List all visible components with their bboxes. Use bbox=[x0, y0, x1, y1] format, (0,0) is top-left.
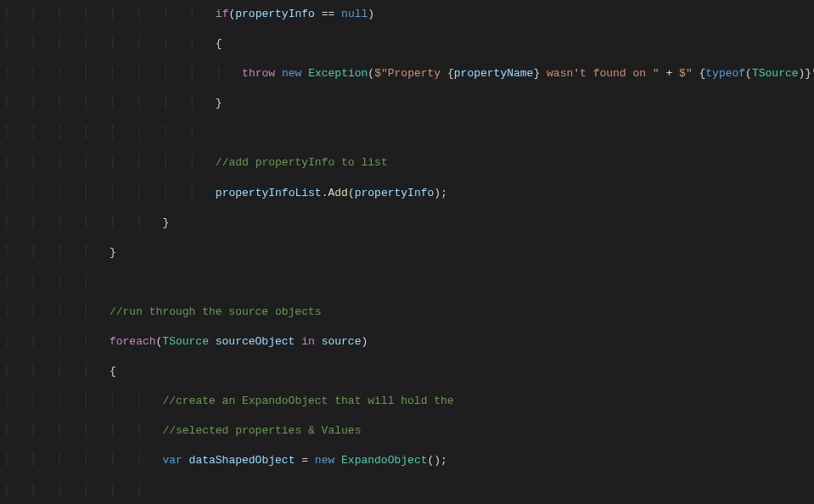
indent-guide: ┊ ┊ ┊ ┊ bbox=[3, 365, 109, 378]
token-comment: //create an ExpandoObject that will hold… bbox=[162, 395, 453, 407]
code-line[interactable]: ┊ ┊ ┊ ┊ ┊ ┊ //create an ExpandoObject th… bbox=[3, 394, 814, 409]
token-punct: } bbox=[162, 216, 169, 229]
token-method: Add bbox=[328, 187, 347, 199]
indent-guide: ┊ ┊ ┊ ┊ ┊ ┊ ┊ ┊ bbox=[3, 37, 216, 50]
token-var: propertyInfoList bbox=[216, 187, 322, 199]
code-line[interactable]: ┊ ┊ ┊ ┊ ┊ ┊ } bbox=[3, 216, 814, 231]
indent-guide: ┊ ┊ ┊ ┊ bbox=[3, 276, 109, 288]
token-kw: var bbox=[162, 454, 182, 467]
token-punct bbox=[182, 454, 189, 467]
token-var: propertyName bbox=[454, 67, 534, 80]
token-punct bbox=[334, 454, 341, 467]
code-line[interactable]: ┊ ┊ ┊ ┊ { bbox=[3, 364, 814, 379]
token-kw: typeof bbox=[705, 67, 745, 80]
token-punct: } bbox=[216, 97, 222, 109]
token-punct: { bbox=[109, 365, 116, 378]
token-punct: ) bbox=[368, 8, 374, 20]
code-line[interactable]: ┊ ┊ ┊ ┊ ┊ ┊ var dataShapedObject = new E… bbox=[3, 453, 814, 468]
token-ctrl: foreach bbox=[109, 335, 156, 348]
code-line[interactable]: ┊ ┊ ┊ ┊ ┊ ┊ ┊ ┊ ┊ throw new Exception($"… bbox=[3, 66, 814, 81]
indent-guide: ┊ ┊ ┊ ┊ ┊ ┊ ┊ ┊ bbox=[3, 97, 216, 109]
indent-guide: ┊ ┊ ┊ ┊ ┊ ┊ bbox=[3, 395, 162, 407]
indent-guide: ┊ ┊ ┊ ┊ ┊ ┊ bbox=[3, 484, 162, 497]
token-punct: (); bbox=[427, 454, 446, 467]
code-line[interactable]: ┊ ┊ ┊ ┊ ┊ ┊ bbox=[3, 484, 814, 499]
token-punct: } bbox=[109, 246, 116, 259]
token-punct: ) bbox=[361, 335, 368, 348]
indent-guide: ┊ ┊ ┊ ┊ ┊ ┊ bbox=[3, 216, 162, 229]
code-line[interactable]: ┊ ┊ ┊ ┊ ┊ ┊ ┊ ┊ } bbox=[3, 96, 814, 111]
code-editor[interactable]: ┊ ┊ ┊ ┊ ┊ ┊ ┊ ┊ if(propertyInfo == null)… bbox=[0, 0, 814, 504]
code-line[interactable]: ┊ ┊ ┊ ┊ ┊ ┊ //selected properties & Valu… bbox=[3, 423, 814, 439]
token-ctrl: throw bbox=[242, 67, 275, 80]
indent-guide: ┊ ┊ ┊ ┊ ┊ ┊ ┊ ┊ ┊ bbox=[3, 67, 242, 80]
indent-guide: ┊ ┊ ┊ ┊ ┊ ┊ ┊ ┊ bbox=[3, 187, 216, 199]
token-punct: ( bbox=[348, 187, 355, 199]
indent-guide: ┊ ┊ ┊ ┊ ┊ ┊ bbox=[3, 454, 162, 467]
token-punct bbox=[209, 335, 216, 348]
token-str: $" bbox=[679, 67, 699, 80]
code-line[interactable]: ┊ ┊ ┊ ┊ ┊ ┊ ┊ ┊ if(propertyInfo == null) bbox=[3, 7, 814, 22]
token-punct bbox=[315, 335, 322, 348]
code-line[interactable]: ┊ ┊ ┊ ┊ } bbox=[3, 245, 814, 260]
token-type: Exception bbox=[308, 67, 368, 80]
token-punct: = bbox=[295, 454, 314, 467]
token-ctrl: if bbox=[216, 8, 229, 20]
token-type: TSource bbox=[752, 67, 799, 80]
token-str: wasn't found on " bbox=[540, 67, 659, 80]
token-var: propertyInfo bbox=[235, 8, 315, 20]
indent-guide: ┊ ┊ ┊ ┊ ┊ ┊ bbox=[3, 424, 162, 437]
token-punct bbox=[301, 67, 308, 80]
code-line[interactable]: ┊ ┊ ┊ ┊ ┊ ┊ ┊ ┊ bbox=[3, 126, 814, 141]
token-kw: null bbox=[341, 8, 368, 20]
token-punct: ); bbox=[434, 187, 447, 199]
code-line[interactable]: ┊ ┊ ┊ ┊ ┊ ┊ ┊ ┊ //add propertyInfo to li… bbox=[3, 155, 814, 171]
token-type: ExpandoObject bbox=[341, 454, 427, 467]
token-type: TSource bbox=[162, 335, 209, 348]
token-kw: new bbox=[315, 454, 334, 467]
code-line[interactable]: ┊ ┊ ┊ ┊ ┊ ┊ ┊ ┊ propertyInfoList.Add(pro… bbox=[3, 186, 814, 201]
token-punct: { bbox=[216, 37, 222, 50]
token-punct: { bbox=[447, 67, 454, 80]
code-line[interactable]: ┊ ┊ ┊ ┊ foreach(TSource sourceObject in … bbox=[3, 334, 814, 350]
token-punct: == bbox=[315, 8, 341, 20]
code-line[interactable]: ┊ ┊ ┊ ┊ bbox=[3, 275, 814, 290]
token-punct: ( bbox=[745, 67, 752, 80]
token-punct bbox=[275, 67, 282, 80]
token-punct: ( bbox=[368, 67, 374, 80]
token-var: dataShapedObject bbox=[189, 454, 295, 467]
token-ctrl: in bbox=[301, 335, 315, 348]
token-comment: //selected properties & Values bbox=[162, 424, 361, 437]
indent-guide: ┊ ┊ ┊ ┊ ┊ ┊ ┊ ┊ bbox=[3, 156, 216, 169]
token-kw: new bbox=[282, 67, 301, 80]
token-punct: + bbox=[660, 67, 679, 80]
token-comment: //run through the source objects bbox=[109, 305, 322, 318]
indent-guide: ┊ ┊ ┊ ┊ ┊ ┊ ┊ ┊ bbox=[3, 126, 216, 139]
token-var: source bbox=[322, 335, 362, 348]
token-str: $"Property bbox=[374, 67, 447, 80]
token-var: propertyInfo bbox=[355, 187, 435, 199]
indent-guide: ┊ ┊ ┊ ┊ bbox=[3, 305, 109, 318]
token-var: sourceObject bbox=[216, 335, 295, 348]
indent-guide: ┊ ┊ ┊ ┊ bbox=[3, 246, 109, 259]
token-comment: //add propertyInfo to list bbox=[216, 156, 388, 169]
token-punct: )} bbox=[799, 67, 812, 80]
indent-guide: ┊ ┊ ┊ ┊ bbox=[3, 335, 109, 348]
indent-guide: ┊ ┊ ┊ ┊ ┊ ┊ ┊ ┊ bbox=[3, 8, 216, 20]
code-line[interactable]: ┊ ┊ ┊ ┊ ┊ ┊ ┊ ┊ { bbox=[3, 36, 814, 52]
code-line[interactable]: ┊ ┊ ┊ ┊ //run through the source objects bbox=[3, 305, 814, 320]
